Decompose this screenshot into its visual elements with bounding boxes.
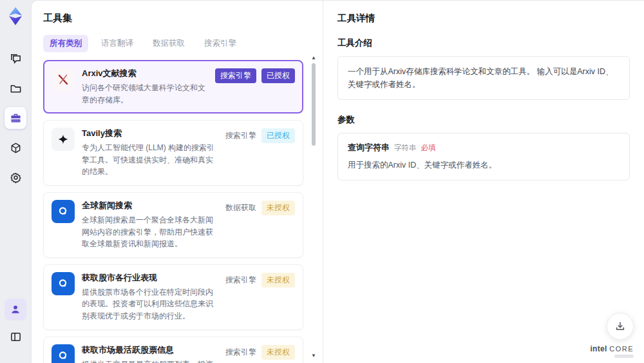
blue-search-icon xyxy=(52,200,75,223)
intel-logo-text: intel xyxy=(590,344,607,353)
parameter-required-flag: 必填 xyxy=(421,143,436,153)
tool-badges: 搜索引擎 未授权 xyxy=(225,273,295,322)
sidebar-item-tools[interactable] xyxy=(5,107,26,129)
tool-badges: 数据获取 未授权 xyxy=(225,201,295,250)
content-shell: 工具集 所有类别 语言翻译 数据获取 搜索引擎 A xyxy=(31,0,644,363)
detail-panel-title: 工具详情 xyxy=(337,12,630,25)
tool-card-arxiv[interactable]: Arxiv文献搜索 访问各个研究领域大量科学论文和文章的存储库。 搜索引擎 已授… xyxy=(43,60,303,113)
tool-name: Arxiv文献搜索 xyxy=(82,68,208,79)
toolbox-icon xyxy=(10,112,22,124)
category-badge: 搜索引擎 xyxy=(215,68,256,83)
app-logo[interactable] xyxy=(6,6,25,26)
parameter-name: 查询字符串 xyxy=(348,142,390,153)
sidebar-item-models[interactable] xyxy=(5,137,26,159)
chat-icon xyxy=(10,53,22,65)
intel-ultra-badge xyxy=(614,355,634,358)
category-label: 数据获取 xyxy=(225,201,256,215)
tool-name: Tavily搜索 xyxy=(82,128,218,139)
intro-heading: 工具介绍 xyxy=(337,37,630,49)
tool-card-body: 获取股市各行业表现 提供股票市场各个行业在特定时间段内的表现。投资者可以利用这些… xyxy=(82,272,218,322)
folder-icon xyxy=(10,83,22,95)
auth-status-badge: 已授权 xyxy=(261,128,295,143)
blue-search-icon xyxy=(52,272,75,295)
category-tabs: 所有类别 语言翻译 数据获取 搜索引擎 xyxy=(43,35,303,52)
sidebar-item-settings[interactable] xyxy=(5,166,26,188)
gear-icon xyxy=(10,172,22,184)
category-label: 搜索引擎 xyxy=(225,128,256,143)
tool-badges: 搜索引擎 未授权 xyxy=(225,345,295,363)
tool-name: 获取股市各行业表现 xyxy=(82,272,218,284)
tool-badges: 搜索引擎 已授权 xyxy=(215,68,295,106)
scrollbar-thumb[interactable] xyxy=(312,63,316,146)
tab-all-categories[interactable]: 所有类别 xyxy=(43,35,88,52)
params-heading: 参数 xyxy=(337,114,630,126)
blue-search-icon xyxy=(52,344,75,363)
left-rail xyxy=(0,0,31,363)
parameter-header: 查询字符串 字符串 必填 xyxy=(348,142,620,153)
auth-status-badge: 已授权 xyxy=(261,68,295,83)
auth-status-badge: 未授权 xyxy=(261,273,295,288)
tab-search-engine[interactable]: 搜索引擎 xyxy=(198,35,243,52)
tool-list-panel: 工具集 所有类别 语言翻译 数据获取 搜索引擎 A xyxy=(32,1,323,363)
tool-card-global-news[interactable]: 全球新闻搜索 全球新闻搜索是一个聚合全球各大新闻网站内容的搜索引擎，帮助用户快速… xyxy=(43,192,303,258)
list-scrollbar[interactable]: ▲ ▼ xyxy=(310,55,317,359)
tool-card-body: 全球新闻搜索 全球新闻搜索是一个聚合全球各大新闻网站内容的搜索引擎，帮助用户快速… xyxy=(82,200,218,250)
tool-description: 访问各个研究领域大量科学论文和文章的存储库。 xyxy=(82,82,208,106)
tool-card-sector-performance[interactable]: 获取股市各行业表现 提供股票市场各个行业在特定时间段内的表现。投资者可以利用这些… xyxy=(43,264,303,330)
tool-card-body: 获取市场最活跃股票信息 提供当天交易量最高的股票列表，投资者可以利用这些信息来识… xyxy=(82,344,218,363)
tool-badges: 搜索引擎 已授权 xyxy=(225,128,295,178)
page-title: 工具集 xyxy=(43,12,303,25)
tool-description: 专为人工智能代理 (LLM) 构建的搜索引擎工具。可快速提供实时、准确和真实的结… xyxy=(82,142,218,178)
category-label: 搜索引擎 xyxy=(225,273,256,288)
tool-card-body: Tavily搜索 专为人工智能代理 (LLM) 构建的搜索引擎工具。可快速提供实… xyxy=(82,128,218,178)
auth-status-badge: 未授权 xyxy=(261,201,295,215)
tool-description: 提供当天交易量最高的股票列表，投资者可以利用这些信息来识别流动性强的股票和潜在的… xyxy=(82,358,218,363)
tab-language-translation[interactable]: 语言翻译 xyxy=(95,35,140,52)
tool-card-list: Arxiv文献搜索 访问各个研究领域大量科学论文和文章的存储库。 搜索引擎 已授… xyxy=(43,60,303,363)
sidebar-item-files[interactable] xyxy=(5,77,26,99)
tool-description: 全球新闻搜索是一个聚合全球各大新闻网站内容的搜索引擎，帮助用户快速获取全球最新资… xyxy=(82,214,218,250)
tool-detail-panel: 工具详情 工具介绍 一个用于从Arxiv存储库搜索科学论文和文章的工具。 输入可… xyxy=(323,1,644,363)
core-logo-text: CORE xyxy=(609,345,634,353)
sidebar-item-account[interactable] xyxy=(5,299,26,320)
download-button[interactable] xyxy=(607,313,634,340)
cube-icon xyxy=(10,142,22,154)
parameter-type: 字符串 xyxy=(394,143,417,153)
sidebar-item-collapse[interactable] xyxy=(5,326,26,348)
tool-card-tavily[interactable]: Tavily搜索 专为人工智能代理 (LLM) 构建的搜索引擎工具。可快速提供实… xyxy=(43,120,303,186)
auth-status-badge: 未授权 xyxy=(261,345,295,360)
tool-description: 提供股票市场各个行业在特定时间段内的表现。投资者可以利用这些信息来识别表现优于或… xyxy=(82,286,218,322)
download-icon xyxy=(614,320,626,332)
tavily-sparkle-icon xyxy=(52,128,75,151)
category-label: 搜索引擎 xyxy=(225,345,256,360)
intel-core-logo: intel CORE xyxy=(590,344,634,358)
parameter-card: 查询字符串 字符串 必填 用于搜索的Arxiv ID、关键字或作者姓名。 xyxy=(337,133,630,181)
tool-card-most-active-stocks[interactable]: 获取市场最活跃股票信息 提供当天交易量最高的股票列表，投资者可以利用这些信息来识… xyxy=(43,337,303,363)
user-icon xyxy=(10,304,21,315)
tool-card-body: Arxiv文献搜索 访问各个研究领域大量科学论文和文章的存储库。 xyxy=(82,68,208,106)
parameter-description: 用于搜索的Arxiv ID、关键字或作者姓名。 xyxy=(348,159,620,172)
sidebar-item-chat[interactable] xyxy=(5,48,26,70)
scroll-up-arrow[interactable]: ▲ xyxy=(310,55,317,61)
tab-data-fetch[interactable]: 数据获取 xyxy=(146,35,191,52)
tool-name: 全球新闻搜索 xyxy=(82,200,218,211)
arxiv-icon xyxy=(52,68,75,91)
tool-intro-text: 一个用于从Arxiv存储库搜索科学论文和文章的工具。 输入可以是Arxiv ID… xyxy=(337,56,630,100)
panel-toggle-icon xyxy=(10,331,22,343)
tool-name: 获取市场最活跃股票信息 xyxy=(82,344,218,356)
scroll-down-arrow[interactable]: ▼ xyxy=(310,353,317,359)
app-window: 工具集 所有类别 语言翻译 数据获取 搜索引擎 A xyxy=(0,0,644,363)
